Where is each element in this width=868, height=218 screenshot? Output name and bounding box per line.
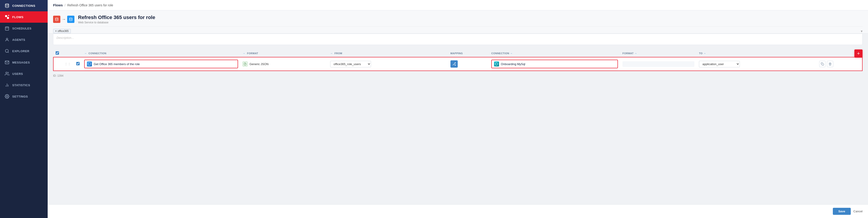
messages-icon	[4, 60, 9, 65]
flow-title: Refresh Office 365 users for role	[78, 14, 155, 21]
footer-actions: Save Cancel	[48, 205, 868, 218]
settings-icon	[4, 94, 9, 99]
col-connection-to: CONNECTION →	[489, 50, 620, 57]
explorer-icon	[4, 49, 9, 54]
to-select-input[interactable]: application_user	[699, 61, 740, 67]
sidebar: CONNECTIONS FLOWS SCHEDULES AGENTS	[0, 0, 48, 218]
breadcrumb-separator: /	[65, 3, 66, 7]
cell-from[interactable]: office365_role_users	[328, 57, 448, 71]
flow-tag[interactable]: × office365	[53, 29, 71, 33]
sidebar-item-statistics[interactable]: STATISTICS	[0, 80, 48, 91]
sidebar-item-agents[interactable]: AGENTS	[0, 34, 48, 45]
flow-icon-group: →	[53, 15, 74, 23]
cell-connection-from[interactable]: Get Office 365 members of the role	[82, 57, 240, 71]
drag-handle-icon[interactable]: ⋮⋮	[64, 62, 72, 66]
arrow-icon: →	[704, 52, 706, 55]
sidebar-label-flows: FLOWS	[12, 15, 23, 19]
sidebar-label-agents: AGENTS	[12, 38, 25, 41]
users-icon	[4, 71, 9, 76]
flows-icon	[4, 14, 9, 20]
svg-point-7	[6, 38, 8, 40]
col-format-from: → FORMAT	[240, 50, 328, 57]
svg-rect-1	[5, 15, 7, 17]
connection-to-cell[interactable]: Onboarding MySql	[491, 60, 618, 68]
description-placeholder: Description...	[57, 36, 74, 39]
connection-to-label: Onboarding MySql	[501, 62, 525, 66]
arrow-icon: →	[243, 52, 245, 55]
flow-arrow-icon: →	[62, 17, 66, 22]
flow-subtitle: Web Service to database	[78, 21, 155, 24]
from-select[interactable]: office365_role_users	[330, 61, 446, 67]
schedules-icon	[4, 26, 9, 31]
format-to-cell	[622, 61, 694, 67]
sidebar-label-users: USERS	[12, 72, 23, 75]
row-id-value: 1394	[57, 74, 64, 77]
col-mapping: MAPPING	[448, 50, 489, 57]
topbar: Flows / Refresh Office 365 users for rol…	[48, 0, 868, 10]
col-connection-from: → CONNECTION	[82, 50, 240, 57]
flow-header: → Refresh Office 365 users for role Web …	[48, 10, 868, 34]
cell-mapping[interactable]	[448, 57, 489, 71]
cell-format-to	[620, 57, 697, 71]
sidebar-item-users[interactable]: USERS	[0, 68, 48, 80]
col-format-from-label: FORMAT	[247, 52, 258, 55]
svg-rect-2	[7, 17, 9, 19]
col-connection-to-label: CONNECTION	[491, 52, 509, 55]
col-drag	[61, 50, 74, 57]
statistics-icon	[4, 83, 9, 88]
add-flow-row-button[interactable]: +	[855, 50, 863, 58]
col-checkbox	[53, 50, 61, 57]
col-mapping-label: MAPPING	[451, 52, 463, 55]
cell-to[interactable]: application_user	[697, 57, 817, 71]
arrow-icon: →	[510, 52, 513, 55]
cancel-button[interactable]: Cancel	[854, 210, 863, 213]
flow-table: → CONNECTION → FORMAT → FROM MAPPING	[53, 50, 863, 71]
cell-connection-to[interactable]: Onboarding MySql	[489, 57, 620, 71]
agents-icon	[4, 37, 9, 42]
select-all-checkbox[interactable]	[56, 51, 59, 55]
cell-actions	[817, 57, 862, 71]
main-content: Flows / Refresh Office 365 users for rol…	[48, 0, 868, 218]
save-button[interactable]: Save	[833, 208, 850, 215]
sidebar-item-schedules[interactable]: SCHEDULES	[0, 23, 48, 34]
svg-point-10	[6, 72, 7, 74]
svg-point-8	[5, 50, 8, 53]
svg-point-14	[7, 96, 8, 97]
connection-from-cell[interactable]: Get Office 365 members of the role	[84, 60, 238, 68]
col-to: TO →	[697, 50, 817, 57]
sidebar-item-settings[interactable]: SETTINGS	[0, 91, 48, 102]
sidebar-item-flows[interactable]: FLOWS	[0, 11, 48, 23]
sidebar-item-explorer[interactable]: EXPLORER	[0, 45, 48, 57]
arrow-icon: →	[634, 52, 637, 55]
svg-rect-3	[5, 27, 9, 30]
sidebar-label-settings: SETTINGS	[12, 95, 28, 98]
flow-title-group: Refresh Office 365 users for role Web Se…	[78, 14, 155, 24]
copy-button[interactable]	[819, 61, 826, 67]
connection-from-icon	[87, 61, 92, 66]
sidebar-item-messages[interactable]: MESSAGES	[0, 57, 48, 68]
tag-x[interactable]: ×	[55, 30, 57, 33]
cell-checkbox[interactable]	[74, 57, 82, 71]
action-icons	[819, 61, 860, 67]
tags-expand-icon[interactable]: ▾	[861, 29, 863, 33]
add-icon: +	[857, 51, 860, 57]
row-checkbox[interactable]	[76, 62, 80, 65]
format-icon	[243, 61, 248, 66]
sidebar-label-connections: CONNECTIONS	[12, 4, 35, 7]
delete-button[interactable]	[827, 61, 833, 67]
cell-empty	[53, 57, 61, 71]
tags-row: × office365 ▾	[53, 26, 863, 33]
mapping-button[interactable]	[451, 60, 458, 68]
svg-point-16	[69, 18, 72, 19]
col-format-to: FORMAT →	[620, 50, 697, 57]
cell-format: Generic JSON	[240, 57, 328, 71]
svg-point-0	[5, 4, 9, 5]
sidebar-item-connections[interactable]: CONNECTIONS	[0, 0, 48, 11]
cell-drag[interactable]: ⋮⋮	[61, 57, 74, 71]
col-checkbox-row	[74, 50, 82, 57]
description-area[interactable]: Description...	[53, 34, 863, 45]
connections-icon	[4, 3, 9, 8]
connection-from-label: Get Office 365 members of the role	[94, 62, 140, 66]
to-select[interactable]: application_user	[699, 61, 815, 67]
from-select-input[interactable]: office365_role_users	[330, 61, 371, 67]
